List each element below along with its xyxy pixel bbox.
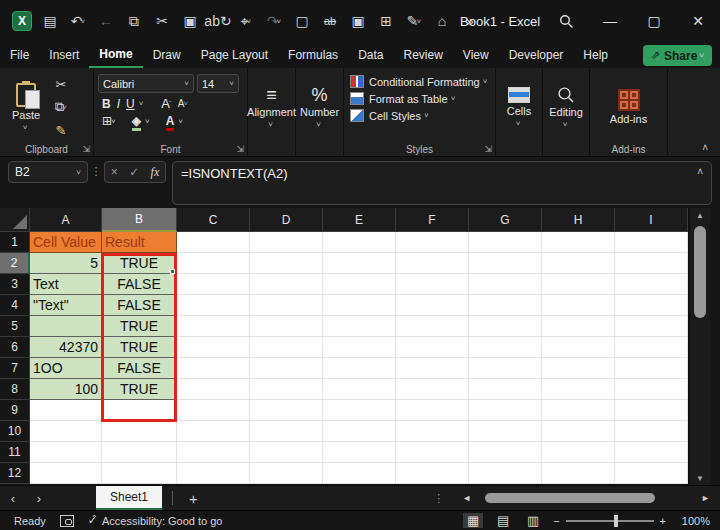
scroll-right-icon[interactable]: ► [697, 493, 714, 503]
cell-H3[interactable] [542, 274, 615, 295]
addins-group[interactable]: Add-ins Add-ins [590, 68, 668, 156]
column-header-h[interactable]: H [542, 208, 615, 232]
column-header-d[interactable]: D [250, 208, 323, 232]
cell-F5[interactable] [396, 316, 469, 337]
cell-F2[interactable] [396, 253, 469, 274]
cell-B12[interactable] [102, 463, 177, 484]
enter-icon[interactable]: ✓ [129, 165, 139, 179]
scroll-up-icon[interactable]: ▲ [696, 208, 704, 222]
tab-file[interactable]: File [0, 42, 39, 68]
paste-picture-icon[interactable]: ▣ [178, 9, 202, 33]
tab-help[interactable]: Help [573, 42, 618, 68]
next-sheet-icon[interactable]: › [26, 491, 52, 506]
cell-A5[interactable] [30, 316, 102, 337]
copy-icon[interactable]: ⧉ [122, 9, 146, 33]
cell-C12[interactable] [177, 463, 250, 484]
cell-styles-button[interactable]: Cell Styles ˅ [350, 109, 491, 122]
cell-A7[interactable]: 1OO [30, 358, 102, 379]
font-name-select[interactable]: Calibri˅ [98, 74, 194, 93]
cell-G2[interactable] [469, 253, 542, 274]
horizontal-scrollbar[interactable] [477, 492, 695, 504]
cell-A2[interactable]: 5 [30, 253, 102, 274]
cell-D9[interactable] [250, 400, 323, 421]
accessibility-status[interactable]: ✓̂ Accessibility: Good to go [88, 514, 223, 527]
row-header-10[interactable]: 10 [0, 421, 30, 442]
font-color-button[interactable]: A [166, 114, 175, 128]
cell-A10[interactable] [30, 421, 102, 442]
cell-G1[interactable] [469, 232, 542, 253]
spelling-icon[interactable]: ab↻ [206, 9, 230, 33]
cell-H6[interactable] [542, 337, 615, 358]
cell-E6[interactable] [323, 337, 396, 358]
cell-I10[interactable] [615, 421, 688, 442]
cell-B4[interactable]: FALSE [102, 295, 177, 316]
cell-E9[interactable] [323, 400, 396, 421]
tab-data[interactable]: Data [348, 42, 393, 68]
cell-A3[interactable]: Text [30, 274, 102, 295]
page-layout-view-icon[interactable]: ▤ [493, 513, 513, 528]
cell-E3[interactable] [323, 274, 396, 295]
cells-group[interactable]: Cells ˅ [496, 68, 543, 156]
zoom-in-icon[interactable]: + [660, 515, 666, 527]
font-dialog-launcher-icon[interactable]: ⇲ [236, 144, 244, 154]
cell-I12[interactable] [615, 463, 688, 484]
cell-B2[interactable]: TRUE [102, 253, 177, 274]
insert-function-icon[interactable]: fx [151, 165, 160, 180]
tab-review[interactable]: Review [393, 42, 452, 68]
print-preview-icon[interactable]: ⊞ [374, 9, 398, 33]
cell-E7[interactable] [323, 358, 396, 379]
redo-icon[interactable]: ↷˅ [262, 9, 286, 33]
cell-C2[interactable] [177, 253, 250, 274]
row-header-5[interactable]: 5 [0, 316, 30, 337]
edit-export-icon[interactable]: ✎˅ [402, 9, 426, 33]
cell-C3[interactable] [177, 274, 250, 295]
cell-F1[interactable] [396, 232, 469, 253]
cell-F7[interactable] [396, 358, 469, 379]
cell-B8[interactable]: TRUE [102, 379, 177, 400]
search-icon[interactable] [544, 0, 588, 42]
paste-button[interactable]: Paste ˅ [4, 72, 48, 142]
select-all-corner[interactable] [0, 208, 30, 232]
cell-E1[interactable] [323, 232, 396, 253]
back-icon[interactable]: ← [94, 9, 118, 33]
cell-B3[interactable]: FALSE [102, 274, 177, 295]
borders-button[interactable]: ⊞˅ [102, 114, 116, 128]
close-button[interactable]: ✕ [676, 0, 720, 42]
column-header-e[interactable]: E [323, 208, 396, 232]
clipboard-dialog-launcher-icon[interactable]: ⇲ [82, 144, 90, 154]
cell-I9[interactable] [615, 400, 688, 421]
cell-D10[interactable] [250, 421, 323, 442]
tab-insert[interactable]: Insert [39, 42, 89, 68]
tab-draw[interactable]: Draw [143, 42, 191, 68]
horizontal-scroll-thumb[interactable] [485, 493, 655, 503]
share-button[interactable]: ⇗ Share ˅ [643, 45, 712, 66]
cell-A1[interactable]: Cell Value [30, 232, 102, 253]
format-painter-icon[interactable]: ✎ [48, 120, 74, 140]
cell-F12[interactable] [396, 463, 469, 484]
italic-button[interactable]: I [117, 97, 120, 111]
fill-color-button[interactable]: ◈ [132, 114, 141, 128]
row-header-11[interactable]: 11 [0, 442, 30, 463]
font-size-select[interactable]: 14˅ [197, 74, 239, 93]
cell-D11[interactable] [250, 442, 323, 463]
cell-G10[interactable] [469, 421, 542, 442]
tab-view[interactable]: View [453, 42, 499, 68]
cell-H11[interactable] [542, 442, 615, 463]
copy-icon[interactable]: ⧉˅ [48, 97, 74, 117]
vertical-scroll-thumb[interactable] [694, 226, 706, 318]
cell-C10[interactable] [177, 421, 250, 442]
tab-developer[interactable]: Developer [499, 42, 574, 68]
sheet-tab-sheet1[interactable]: Sheet1 [96, 486, 162, 511]
column-header-i[interactable]: I [615, 208, 688, 232]
cell-F4[interactable] [396, 295, 469, 316]
styles-dialog-launcher-icon[interactable]: ⇲ [484, 144, 492, 154]
cell-I3[interactable] [615, 274, 688, 295]
cell-G12[interactable] [469, 463, 542, 484]
cell-B11[interactable] [102, 442, 177, 463]
cell-D8[interactable] [250, 379, 323, 400]
cell-E5[interactable] [323, 316, 396, 337]
cell-H9[interactable] [542, 400, 615, 421]
row-header-2[interactable]: 2 [0, 253, 30, 274]
row-header-8[interactable]: 8 [0, 379, 30, 400]
cell-F6[interactable] [396, 337, 469, 358]
